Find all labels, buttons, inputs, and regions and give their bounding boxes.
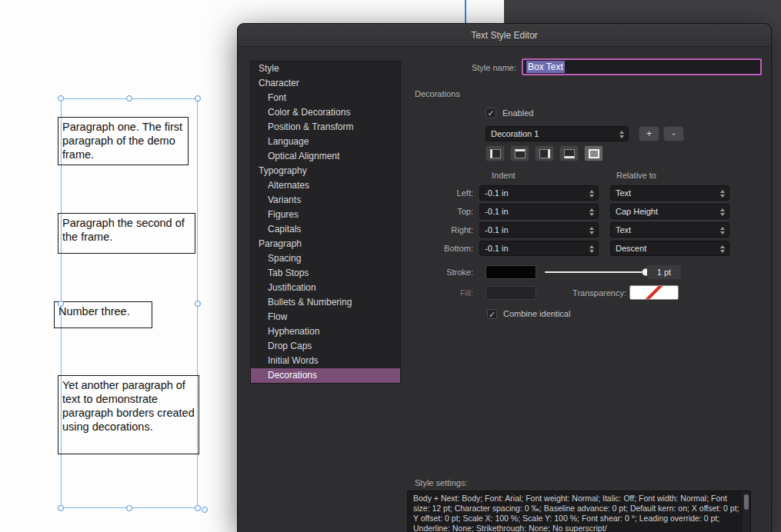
- bottom-indent-value: -0.1 in: [485, 244, 509, 253]
- decoration-right-edge-icon[interactable]: [535, 145, 554, 161]
- left-indent-input[interactable]: -0.1 in: [479, 185, 599, 201]
- column-guide[interactable]: [465, 0, 466, 24]
- paragraph-box[interactable]: Paragraph the second of the frame.: [58, 213, 195, 254]
- combine-identical-checkbox[interactable]: ✓: [487, 309, 497, 319]
- top-indent-input[interactable]: -0.1 in: [479, 204, 599, 219]
- selection-handle[interactable]: [58, 301, 64, 307]
- sidebar-item-alternates[interactable]: Alternates: [251, 178, 400, 193]
- edge-glyph: [564, 149, 575, 158]
- bottom-relative-select[interactable]: Descent: [610, 241, 729, 256]
- sidebar-item-typography[interactable]: Typography: [251, 164, 400, 178]
- decoration-bottom-edge-icon[interactable]: [559, 145, 579, 161]
- selection-handle[interactable]: [58, 505, 64, 511]
- left-relative-select[interactable]: Text: [610, 185, 729, 201]
- paragraph-text: Number three.: [58, 305, 130, 318]
- enabled-checkbox[interactable]: ✓: [486, 108, 496, 118]
- stroke-width-slider[interactable]: [545, 271, 646, 273]
- style-name-input[interactable]: Box Text: [522, 58, 762, 75]
- top-indent-value: -0.1 in: [485, 207, 509, 216]
- style-name-label: Style name:: [392, 63, 516, 72]
- paragraph-box[interactable]: Yet another paragraph of text to demonst…: [58, 375, 199, 454]
- style-settings-text[interactable]: Body + Next: Body; Font: Arial; Font wei…: [407, 490, 751, 532]
- fill-label: Fill:: [415, 288, 479, 298]
- right-indent-input[interactable]: -0.1 in: [479, 222, 599, 238]
- check-icon: ✓: [487, 108, 494, 118]
- bottom-relative-value: Descent: [616, 244, 646, 253]
- bottom-label: Bottom:: [415, 244, 479, 253]
- selection-handle[interactable]: [58, 95, 64, 101]
- selection-handle[interactable]: [195, 505, 201, 511]
- fill-color-swatch[interactable]: [486, 286, 536, 300]
- sidebar-item-spacing[interactable]: Spacing: [251, 251, 400, 266]
- chevron-up-down-icon[interactable]: [587, 188, 596, 199]
- chevron-up-down-icon[interactable]: [718, 188, 727, 199]
- scrollbar-thumb[interactable]: [744, 494, 749, 510]
- sidebar-item-position-transform[interactable]: Position & Transform: [251, 120, 400, 135]
- sidebar-item-decorations[interactable]: Decorations: [251, 368, 400, 383]
- decoration-left-edge-icon[interactable]: [486, 145, 505, 161]
- sidebar-item-tab-stops[interactable]: Tab Stops: [251, 266, 400, 281]
- paragraph-box[interactable]: Number three.: [54, 301, 152, 328]
- right-indent-value: -0.1 in: [485, 225, 509, 234]
- chevron-up-down-icon[interactable]: [718, 206, 727, 218]
- sidebar-item-initial-words[interactable]: Initial Words: [251, 354, 400, 368]
- style-category-list: Style Character Font Color & Decorations…: [250, 61, 401, 384]
- decoration-edge-buttons: [486, 145, 603, 161]
- chevron-up-down-icon[interactable]: [617, 128, 626, 140]
- right-relative-select[interactable]: Text: [610, 222, 729, 238]
- decoration-select[interactable]: Decoration 1: [486, 126, 629, 141]
- dialog-titlebar[interactable]: Text Style Editor: [238, 24, 771, 47]
- top-relative-select[interactable]: Cap Height: [610, 204, 729, 219]
- sidebar-item-drop-caps[interactable]: Drop Caps: [251, 339, 400, 354]
- paragraph-text: Yet another paragraph of text to demonst…: [62, 379, 195, 433]
- indent-row-right: Right: -0.1 in Text: [415, 222, 729, 238]
- stroke-width-value[interactable]: 1 pt: [647, 265, 681, 279]
- indent-row-bottom: Bottom: -0.1 in Descent: [415, 241, 729, 256]
- selection-handle[interactable]: [195, 95, 201, 101]
- remove-decoration-button[interactable]: -: [663, 126, 684, 141]
- sidebar-item-paragraph[interactable]: Paragraph: [251, 237, 400, 251]
- top-label: Top:: [415, 207, 479, 216]
- bottom-indent-input[interactable]: -0.1 in: [479, 241, 599, 256]
- decoration-all-edges-icon[interactable]: [584, 145, 603, 161]
- chevron-up-down-icon[interactable]: [718, 243, 727, 254]
- add-decoration-button[interactable]: +: [639, 126, 659, 141]
- selection-handle[interactable]: [126, 95, 132, 101]
- selection-handle[interactable]: [202, 507, 208, 513]
- decoration-top-edge-icon[interactable]: [510, 145, 529, 161]
- sidebar-item-font[interactable]: Font: [251, 91, 400, 105]
- chevron-up-down-icon[interactable]: [587, 243, 596, 254]
- sidebar-item-bullets-numbering[interactable]: Bullets & Numbering: [251, 295, 400, 310]
- chevron-up-down-icon[interactable]: [587, 224, 596, 236]
- relative-to-header: Relative to: [616, 171, 656, 180]
- sidebar-item-character[interactable]: Character: [251, 76, 400, 91]
- decoration-select-value: Decoration 1: [491, 129, 539, 138]
- edge-glyph: [490, 149, 501, 158]
- chevron-up-down-icon[interactable]: [718, 224, 727, 236]
- sidebar-item-optical-alignment[interactable]: Optical Alignment: [251, 149, 400, 164]
- edge-glyph: [539, 149, 550, 158]
- paragraph-box[interactable]: Paragraph one. The first paragraph of th…: [58, 117, 189, 165]
- selection-handle[interactable]: [126, 505, 132, 511]
- sidebar-item-flow[interactable]: Flow: [251, 310, 400, 324]
- chevron-up-down-icon[interactable]: [587, 206, 596, 218]
- stroke-color-swatch[interactable]: [486, 265, 536, 279]
- right-label: Right:: [415, 225, 479, 234]
- sidebar-item-hyphenation[interactable]: Hyphenation: [251, 324, 400, 339]
- sidebar-item-justification[interactable]: Justification: [251, 281, 400, 295]
- enabled-label: Enabled: [502, 108, 533, 118]
- transparency-none-swatch[interactable]: [629, 285, 679, 300]
- sidebar-item-language[interactable]: Language: [251, 135, 400, 149]
- check-icon: ✓: [489, 310, 496, 319]
- sidebar-item-color-decorations[interactable]: Color & Decorations: [251, 105, 400, 120]
- sidebar-item-style[interactable]: Style: [251, 62, 400, 76]
- scrollbar-track[interactable]: [743, 492, 749, 532]
- dialog-title: Text Style Editor: [238, 30, 771, 41]
- paragraph-text: Paragraph one. The first paragraph of th…: [62, 121, 182, 161]
- edge-glyph: [515, 149, 526, 158]
- selection-handle[interactable]: [195, 301, 201, 307]
- sidebar-item-variants[interactable]: Variants: [251, 193, 400, 208]
- sidebar-item-figures[interactable]: Figures: [251, 208, 400, 222]
- sidebar-item-capitals[interactable]: Capitals: [251, 222, 400, 237]
- left-indent-value: -0.1 in: [485, 188, 509, 198]
